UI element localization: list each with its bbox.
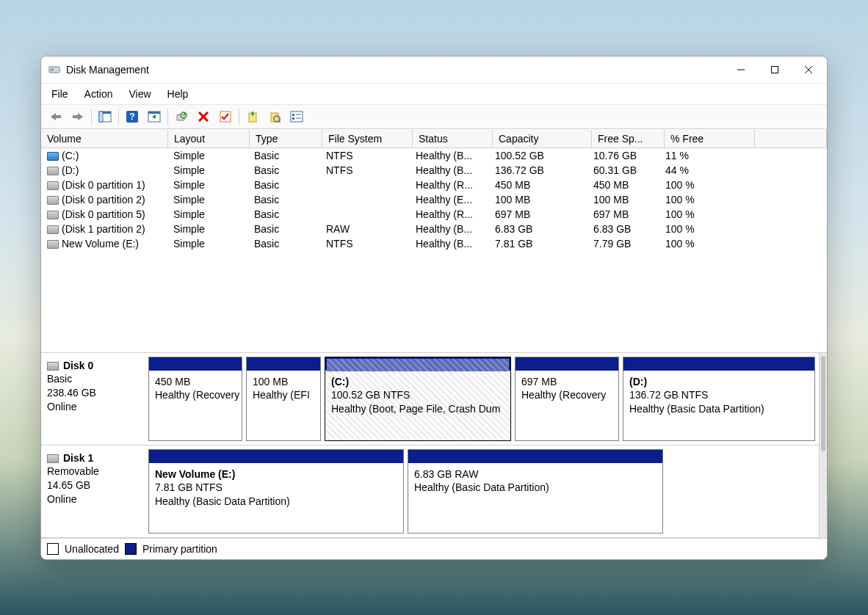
disk-management-window: Disk Management File Action View Help ?: [40, 56, 828, 560]
help-icon[interactable]: ?: [122, 106, 142, 127]
col-type[interactable]: Type: [250, 130, 322, 148]
col-filesystem[interactable]: File System: [322, 130, 413, 148]
partition-body: (D:)136.72 GB NTFSHealthy (Basic Data Pa…: [623, 371, 814, 440]
refresh-icon[interactable]: [171, 106, 192, 127]
volume-list-header: Volume Layout Type File System Status Ca…: [41, 129, 827, 148]
app-icon: [48, 64, 60, 76]
col-status[interactable]: Status: [413, 130, 493, 148]
properties-icon[interactable]: [144, 106, 164, 127]
window-title: Disk Management: [66, 64, 724, 76]
col-freespace[interactable]: Free Sp...: [592, 130, 665, 148]
svg-rect-16: [148, 112, 160, 114]
volume-row[interactable]: (Disk 0 partition 1)SimpleBasicHealthy (…: [41, 178, 827, 192]
disk-icon: [47, 362, 59, 371]
menu-view[interactable]: View: [127, 87, 152, 101]
volume-row[interactable]: (Disk 1 partition 2)SimpleBasicRAWHealth…: [41, 222, 827, 236]
menu-action[interactable]: Action: [83, 87, 115, 101]
partition-block[interactable]: (D:)136.72 GB NTFSHealthy (Basic Data Pa…: [623, 357, 815, 441]
volume-row[interactable]: (Disk 0 partition 2)SimpleBasicHealthy (…: [41, 192, 827, 207]
col-pctfree[interactable]: % Free: [665, 130, 755, 148]
partition-body: 100 MBHealthy (EFI: [247, 371, 320, 440]
scrollbar-thumb[interactable]: [821, 356, 825, 451]
col-volume[interactable]: Volume: [41, 130, 168, 148]
menu-help[interactable]: Help: [166, 87, 190, 101]
partition-stripe: [149, 450, 403, 463]
toolbar-separator: [239, 109, 239, 125]
svg-text:?: ?: [129, 112, 134, 122]
forward-icon[interactable]: [68, 106, 88, 127]
volume-list: Volume Layout Type File System Status Ca…: [41, 129, 827, 352]
legend-swatch-unallocated: [47, 543, 59, 555]
partition-stripe: [408, 450, 662, 463]
svg-rect-30: [292, 114, 294, 116]
svg-rect-3: [772, 66, 778, 73]
col-spacer: [755, 130, 827, 148]
toolbar: ?: [41, 105, 827, 129]
partition-stripe: [516, 357, 618, 371]
legend-primary-label: Primary partition: [142, 543, 217, 555]
drive-icon: [47, 152, 59, 161]
back-icon[interactable]: [46, 106, 66, 127]
partition-block[interactable]: 450 MBHealthy (Recovery: [148, 357, 242, 441]
close-button[interactable]: [792, 58, 825, 81]
drive-icon: [47, 240, 59, 249]
disk-row: Disk 0Basic238.46 GBOnline450 MBHealthy …: [41, 353, 819, 445]
graphical-scrollbar[interactable]: [819, 353, 827, 538]
partition-body: 6.83 GB RAWHealthy (Basic Data Partition…: [408, 463, 662, 533]
options-icon[interactable]: [286, 106, 307, 127]
disk-graphical-view: Disk 0Basic238.46 GBOnline450 MBHealthy …: [41, 352, 827, 538]
disk-icon: [47, 454, 59, 463]
checklist-icon[interactable]: [215, 106, 236, 127]
svg-line-28: [278, 120, 281, 123]
col-capacity[interactable]: Capacity: [493, 130, 592, 148]
svg-rect-1: [51, 68, 54, 71]
partition-container: New Volume (E:)7.81 GB NTFSHealthy (Basi…: [148, 445, 819, 537]
volume-row[interactable]: New Volume (E:)SimpleBasicNTFSHealthy (B…: [41, 236, 827, 251]
titlebar[interactable]: Disk Management: [41, 57, 827, 84]
volume-row[interactable]: (Disk 0 partition 5)SimpleBasicHealthy (…: [41, 207, 827, 222]
partition-block[interactable]: 697 MBHealthy (Recovery: [515, 357, 619, 441]
drive-icon: [47, 211, 59, 219]
volume-row[interactable]: (C:)SimpleBasicNTFSHealthy (B...100.52 G…: [41, 148, 827, 163]
drive-icon: [47, 196, 59, 205]
svg-rect-12: [99, 112, 103, 122]
volume-row[interactable]: (D:)SimpleBasicNTFSHealthy (B...136.72 G…: [41, 163, 827, 178]
svg-marker-8: [78, 113, 83, 120]
partition-block[interactable]: New Volume (E:)7.81 GB NTFSHealthy (Basi…: [148, 449, 404, 534]
col-layout[interactable]: Layout: [168, 130, 250, 148]
show-hide-tree-icon[interactable]: [95, 106, 115, 127]
disk-info[interactable]: Disk 1Removable14.65 GBOnline: [41, 445, 148, 537]
svg-rect-9: [73, 115, 78, 118]
disk-info[interactable]: Disk 0Basic238.46 GBOnline: [41, 353, 148, 445]
volume-list-body[interactable]: (C:)SimpleBasicNTFSHealthy (B...100.52 G…: [41, 148, 827, 352]
new-icon[interactable]: [242, 106, 263, 127]
legend: Unallocated Primary partition: [41, 538, 827, 559]
drive-icon: [47, 225, 59, 234]
drive-icon: [47, 167, 59, 175]
partition-body: New Volume (E:)7.81 GB NTFSHealthy (Basi…: [149, 463, 403, 533]
legend-swatch-primary: [125, 543, 137, 555]
settings-icon[interactable]: [264, 106, 285, 127]
partition-body: 450 MBHealthy (Recovery: [149, 371, 242, 440]
partition-stripe: [247, 357, 320, 371]
minimize-button[interactable]: [724, 58, 758, 81]
partition-block[interactable]: 100 MBHealthy (EFI: [246, 357, 321, 441]
delete-icon[interactable]: [193, 106, 214, 127]
partition-block[interactable]: (C:)100.52 GB NTFSHealthy (Boot, Page Fi…: [325, 357, 511, 441]
menu-file[interactable]: File: [50, 87, 70, 101]
partition-stripe: [623, 357, 814, 371]
legend-unallocated-label: Unallocated: [65, 543, 119, 555]
partition-body: (C:)100.52 GB NTFSHealthy (Boot, Page Fi…: [325, 371, 510, 440]
drive-icon: [47, 181, 59, 190]
disk-row: Disk 1Removable14.65 GBOnlineNew Volume …: [41, 445, 819, 538]
menubar: File Action View Help: [41, 84, 827, 105]
partition-stripe: [325, 357, 510, 371]
partition-block[interactable]: 6.83 GB RAWHealthy (Basic Data Partition…: [408, 449, 663, 534]
toolbar-separator: [118, 109, 119, 125]
toolbar-separator: [91, 109, 92, 125]
svg-rect-29: [291, 112, 303, 122]
partition-body: 697 MBHealthy (Recovery: [516, 371, 618, 440]
maximize-button[interactable]: [758, 58, 792, 81]
partition-container: 450 MBHealthy (Recovery100 MBHealthy (EF…: [148, 353, 819, 445]
partition-stripe: [149, 357, 242, 371]
